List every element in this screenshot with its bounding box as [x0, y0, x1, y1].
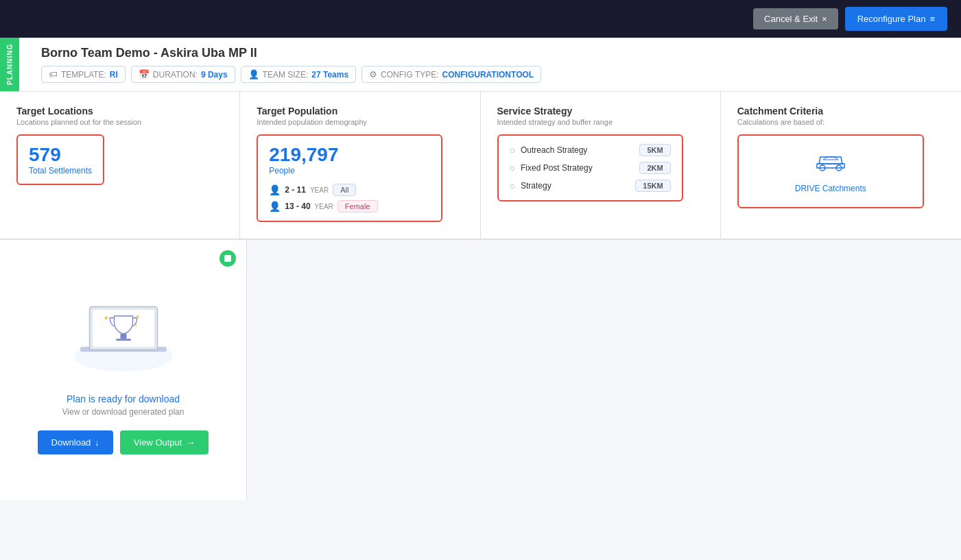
target-locations-title: Target Locations: [16, 106, 223, 117]
cancel-icon: ×: [822, 14, 827, 24]
strategy-badge-2: 2KM: [639, 162, 670, 174]
age-unit-1: YEAR: [310, 186, 329, 194]
age-rows: 👤 2 - 11 YEAR All 👤 13 - 40 YEAR Female: [269, 184, 430, 212]
settlements-box: 579 Total Settlements: [16, 134, 104, 185]
header-section: PLANNING Borno Team Demo - Askira Uba MP…: [0, 38, 961, 92]
age-row-1: 👤 2 - 11 YEAR All: [269, 184, 430, 196]
age-unit-2: YEAR: [315, 203, 333, 210]
ready-text: Plan is ready for download: [67, 393, 180, 404]
catchment-criteria-subtitle: Calculations are based of:: [737, 118, 945, 126]
header-left: Borno Team Demo - Askira Uba MP II 🏷 TEM…: [41, 46, 541, 83]
download-label: Download: [51, 437, 91, 448]
status-dot: [220, 250, 236, 267]
cancel-label: Cancel & Exit: [764, 14, 818, 24]
top-bar: Cancel & Exit × Reconfigure Plan ≡: [0, 0, 961, 38]
right-empty-area: [247, 240, 961, 500]
reconfigure-icon: ≡: [929, 14, 935, 24]
strategy-row-2: ○ Fixed Post Strategy 2KM: [510, 162, 671, 174]
population-label: People: [269, 166, 430, 175]
strategy-box: ○ Outreach Strategy 5KM ○ Fixed Post Str…: [497, 134, 683, 202]
car-icon: [814, 149, 848, 178]
meta-tags: 🏷 TEMPLATE: RI 📅 DURATION: 9 Days 👤 TEAM…: [41, 66, 541, 83]
calendar-icon: 📅: [139, 69, 150, 80]
person-icon-2: 👤: [269, 201, 281, 212]
age-badge-2: Female: [337, 200, 378, 212]
service-strategy-card: Service Strategy Intended strategy and b…: [481, 92, 721, 239]
radio-icon-1: ○: [510, 145, 515, 156]
stop-icon: [224, 255, 231, 262]
config-icon: ⚙: [369, 69, 377, 80]
target-population-title: Target Population: [257, 106, 463, 117]
download-panel: ✦ ✦ ✦ Plan is ready for download View or…: [0, 240, 247, 500]
population-box: 219,797 People 👤 2 - 11 YEAR All 👤 13 - …: [257, 134, 442, 222]
template-key: TEMPLATE:: [61, 70, 106, 80]
svg-rect-5: [93, 310, 154, 347]
template-value: RI: [110, 70, 118, 80]
catchment-criteria-title: Catchment Criteria: [737, 106, 945, 117]
catchment-box: DRIVE Catchments: [737, 134, 924, 208]
strategy-row-1: ○ Outreach Strategy 5KM: [510, 144, 671, 156]
duration-value: 9 Days: [201, 70, 228, 80]
target-population-card: Target Population Intended population de…: [240, 92, 480, 239]
main-content: PLANNING Borno Team Demo - Askira Uba MP…: [0, 38, 961, 560]
planning-label: PLANNING: [0, 38, 19, 91]
catchment-criteria-card: Catchment Criteria Calculations are base…: [721, 92, 961, 239]
population-count: 219,797: [269, 144, 430, 166]
cancel-exit-button[interactable]: Cancel & Exit ×: [753, 8, 838, 29]
reconfigure-plan-button[interactable]: Reconfigure Plan ≡: [845, 7, 947, 31]
view-output-button[interactable]: View Output →: [120, 430, 209, 454]
config-type-tag: ⚙ CONFIG TYPE: CONFIGURATIONTOOL: [361, 66, 541, 83]
service-strategy-title: Service Strategy: [497, 106, 704, 117]
duration-key: DURATION:: [153, 70, 198, 80]
view-label: View Output: [134, 437, 182, 448]
svg-rect-7: [116, 339, 131, 341]
info-cards: Target Locations Locations planned out f…: [0, 92, 961, 240]
bottom-section: ✦ ✦ ✦ Plan is ready for download View or…: [0, 240, 961, 500]
download-button[interactable]: Download ↓: [38, 430, 113, 454]
target-locations-subtitle: Locations planned out for the session: [16, 118, 223, 126]
person-icon-1: 👤: [269, 184, 281, 195]
service-strategy-subtitle: Intended strategy and buffer range: [497, 118, 704, 126]
team-key: TEAM SIZE:: [263, 70, 309, 80]
radio-icon-3: ○: [510, 180, 515, 191]
svg-text:✦: ✦: [136, 313, 140, 319]
template-tag: 🏷 TEMPLATE: RI: [41, 66, 126, 83]
template-icon: 🏷: [49, 69, 58, 80]
radio-icon-2: ○: [510, 162, 515, 173]
strategy-name-3: Strategy: [521, 181, 630, 191]
age-range-1: 2 - 11: [285, 185, 306, 195]
strategy-badge-1: 5KM: [639, 144, 670, 156]
age-range-2: 13 - 40: [285, 202, 310, 211]
download-icon: ↓: [95, 437, 99, 448]
strategy-badge-3: 15KM: [635, 180, 670, 192]
duration-tag: 📅 DURATION: 9 Days: [131, 66, 235, 83]
team-size-tag: 👤 TEAM SIZE: 27 Teams: [241, 66, 357, 83]
action-buttons: Download ↓ View Output →: [38, 430, 209, 454]
strategy-name-2: Fixed Post Strategy: [521, 163, 634, 173]
reconfigure-label: Reconfigure Plan: [857, 14, 926, 24]
config-value: CONFIGURATIONTOOL: [442, 70, 534, 80]
config-key: CONFIG TYPE:: [381, 70, 438, 80]
catchment-label: DRIVE Catchments: [795, 184, 866, 193]
team-icon: 👤: [248, 69, 259, 80]
settlements-label: Total Settlements: [29, 166, 92, 175]
age-badge-1: All: [333, 184, 356, 196]
settlements-count: 579: [29, 144, 92, 166]
svg-rect-6: [120, 334, 126, 339]
view-icon: →: [186, 437, 195, 448]
target-population-subtitle: Intended population demography: [257, 118, 463, 126]
team-value: 27 Teams: [311, 70, 348, 80]
target-locations-card: Target Locations Locations planned out f…: [0, 92, 240, 239]
sub-text: View or download generated plan: [62, 407, 185, 417]
svg-text:✦: ✦: [104, 315, 109, 321]
age-row-2: 👤 13 - 40 YEAR Female: [269, 200, 430, 212]
page-title: Borno Team Demo - Askira Uba MP II: [41, 46, 541, 60]
svg-text:✦: ✦: [134, 323, 137, 327]
laptop-illustration: ✦ ✦ ✦: [62, 287, 185, 382]
strategy-row-3: ○ Strategy 15KM: [510, 180, 671, 192]
strategy-name-1: Outreach Strategy: [521, 145, 634, 155]
